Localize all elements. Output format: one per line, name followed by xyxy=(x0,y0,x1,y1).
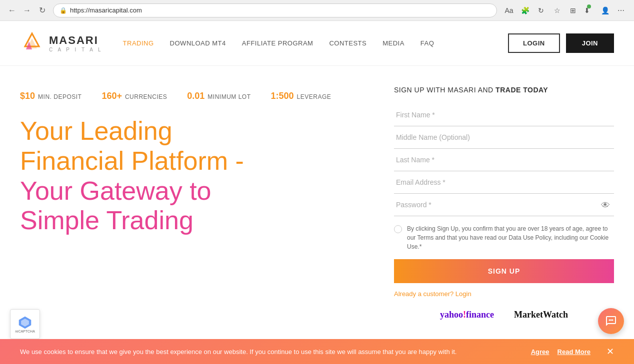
nav-media[interactable]: MEDIA xyxy=(382,39,404,47)
recaptcha-icon xyxy=(18,316,32,330)
middle-name-input[interactable] xyxy=(394,126,614,149)
nav-trading[interactable]: TRADING xyxy=(123,39,154,47)
heading-line2: Financial Platform - xyxy=(20,146,374,176)
nav-contests[interactable]: CONTESTS xyxy=(329,39,366,47)
stat-min-lot-value: 0.01 xyxy=(187,91,204,101)
partner-logos: yahoo!finance MarketWatch xyxy=(394,310,614,320)
stat-min-lot-label: MINIMUM LOT xyxy=(208,93,250,100)
stats-bar: $10 MIN. DEPOSIT 160+ CURRENCIES 0.01 MI… xyxy=(20,91,374,101)
signup-title: SIGN UP WITH MASARI AND TRADE TODAY xyxy=(394,86,614,94)
last-name-input[interactable] xyxy=(394,149,614,171)
back-button[interactable]: ← xyxy=(6,4,18,16)
form-fields: 👁 xyxy=(394,104,614,216)
nav-download-mt4[interactable]: DOWNLOAD MT4 xyxy=(170,39,226,47)
navbar: MASARI C A P I T A L TRADING DOWNLOAD MT… xyxy=(0,21,634,66)
more-options-icon[interactable]: ⋯ xyxy=(614,3,628,17)
signup-title-bold: TRADE TODAY xyxy=(496,86,548,94)
stat-currencies-value: 160+ xyxy=(102,91,122,101)
logo-masari-text: MASARI xyxy=(49,34,103,47)
svg-point-3 xyxy=(609,320,610,321)
hero-heading: Your Leading Financial Platform - Your G… xyxy=(20,116,374,236)
ssl-lock-icon: 🔒 xyxy=(60,7,67,14)
first-name-input[interactable] xyxy=(394,104,614,126)
browser-chrome: ← → ↻ 🔒 https://masaricapital.com Aa 🧩 ↻… xyxy=(0,0,634,21)
terms-radio[interactable] xyxy=(394,225,402,233)
logo[interactable]: MASARI C A P I T A L xyxy=(20,31,103,55)
website-content: MASARI C A P I T A L TRADING DOWNLOAD MT… xyxy=(0,21,634,364)
refresh-button[interactable]: ↻ xyxy=(36,4,48,16)
stat-currencies: 160+ CURRENCIES xyxy=(102,91,167,101)
profile-icon[interactable]: 👤 xyxy=(598,3,612,17)
eye-icon[interactable]: 👁 xyxy=(601,200,610,210)
downloads-icon[interactable]: ⬇ xyxy=(582,3,596,17)
already-customer-link[interactable]: Already a customer? Login xyxy=(394,290,614,298)
favorites-icon[interactable]: ☆ xyxy=(550,3,564,17)
password-input[interactable] xyxy=(394,194,614,216)
terms-text: By clicking Sign Up, you confirm that yo… xyxy=(407,224,614,251)
url-text: https://masaricapital.com xyxy=(70,6,142,14)
recaptcha-label: reCAPTCHA xyxy=(15,330,35,333)
yahoo-finance-logo: yahoo!finance xyxy=(440,310,494,320)
chat-button[interactable] xyxy=(598,308,624,334)
signup-button[interactable]: SIGN UP xyxy=(394,259,614,283)
heading-line4: Simple Trading xyxy=(20,206,374,236)
stat-currencies-label: CURRENCIES xyxy=(125,93,167,100)
join-button[interactable]: JOIN xyxy=(566,33,614,53)
cookie-message: We use cookies to ensure that we give yo… xyxy=(20,348,521,356)
stat-leverage-label: LEVERAGE xyxy=(297,93,332,100)
hero-left: $10 MIN. DEPOSIT 160+ CURRENCIES 0.01 MI… xyxy=(20,81,374,320)
extensions-icon[interactable]: 🧩 xyxy=(518,3,532,17)
forward-button[interactable]: → xyxy=(21,4,33,16)
heading-line3: Your Gateway to xyxy=(20,176,374,206)
email-input[interactable] xyxy=(394,171,614,194)
logo-capital-text: C A P I T A L xyxy=(49,47,103,52)
stat-min-deposit: $10 MIN. DEPOSIT xyxy=(20,91,82,101)
signup-form-area: SIGN UP WITH MASARI AND TRADE TODAY 👁 By… xyxy=(394,81,614,320)
address-bar[interactable]: 🔒 https://masaricapital.com xyxy=(53,3,497,17)
nav-faq[interactable]: FAQ xyxy=(420,39,434,47)
signup-title-normal: SIGN UP WITH MASARI AND xyxy=(394,86,496,94)
recaptcha-badge: reCAPTCHA xyxy=(10,309,40,339)
logo-icon xyxy=(20,31,44,55)
collections-icon[interactable]: ⊞ xyxy=(566,3,580,17)
nav-links: TRADING DOWNLOAD MT4 AFFILIATE PROGRAM C… xyxy=(123,39,508,47)
heading-line1: Your Leading xyxy=(20,116,374,146)
yahoo-exclamation: ! xyxy=(463,310,466,320)
chat-icon xyxy=(605,315,617,327)
stat-leverage: 1:500 LEVERAGE xyxy=(271,91,332,101)
stat-min-deposit-value: $10 xyxy=(20,91,35,101)
cookie-actions: Agree Read More ✕ xyxy=(531,346,614,357)
hero-section: $10 MIN. DEPOSIT 160+ CURRENCIES 0.01 MI… xyxy=(0,66,634,340)
cookie-close-button[interactable]: ✕ xyxy=(606,346,614,357)
password-field-wrapper: 👁 xyxy=(394,194,614,216)
refresh-extensions-icon[interactable]: ↻ xyxy=(534,3,548,17)
stat-min-deposit-label: MIN. DEPOSIT xyxy=(38,93,82,100)
reader-view-icon[interactable]: Aa xyxy=(502,3,516,17)
stat-min-lot: 0.01 MINIMUM LOT xyxy=(187,91,250,101)
svg-point-5 xyxy=(612,320,614,321)
cookie-read-more-button[interactable]: Read More xyxy=(558,348,590,356)
nav-right: LOGIN JOIN xyxy=(508,33,614,53)
login-button[interactable]: LOGIN xyxy=(508,33,560,53)
cookie-banner: We use cookies to ensure that we give yo… xyxy=(0,339,634,364)
nav-affiliate-program[interactable]: AFFILIATE PROGRAM xyxy=(242,39,314,47)
stat-leverage-value: 1:500 xyxy=(271,91,294,101)
marketwatch-logo: MarketWatch xyxy=(514,310,568,320)
cookie-agree-button[interactable]: Agree xyxy=(531,348,550,356)
svg-point-4 xyxy=(610,320,612,321)
terms-row: By clicking Sign Up, you confirm that yo… xyxy=(394,224,614,251)
